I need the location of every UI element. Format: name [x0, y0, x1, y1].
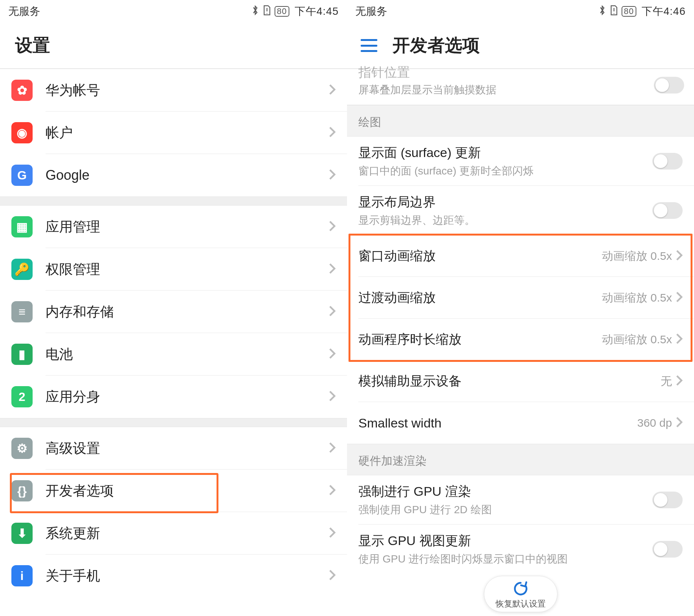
- chevron-right-icon: [329, 305, 336, 318]
- chevron-right-icon: [329, 390, 336, 403]
- toggle-switch[interactable]: [652, 202, 683, 219]
- app-bar: 开发者选项: [347, 23, 694, 68]
- option-title: 强制进行 GPU 渲染: [358, 483, 652, 500]
- settings-row-apps[interactable]: ▦应用管理: [0, 206, 347, 248]
- about-icon: i: [11, 565, 33, 586]
- settings-row-mem[interactable]: ≡内存和存储: [0, 291, 347, 333]
- settings-row-dev[interactable]: {}开发者选项: [0, 470, 347, 512]
- section-header-drawing: 绘图: [347, 105, 694, 137]
- chevron-right-icon: [329, 527, 336, 540]
- status-bar: 无服务 80 下午4:46: [347, 0, 694, 23]
- settings-row-label: 系统更新: [46, 524, 329, 543]
- option-subtitle: 使用 GPU 进行绘图时闪烁显示窗口中的视图: [358, 552, 652, 566]
- hw-accel-list: 强制进行 GPU 渲染强制使用 GPU 进行 2D 绘图显示 GPU 视图更新使…: [347, 475, 694, 574]
- settings-row-label: 开发者选项: [46, 482, 329, 500]
- huawei-icon: ✿: [11, 80, 33, 101]
- settings-row-label: 关于手机: [46, 567, 329, 585]
- account-icon: ◉: [11, 122, 33, 143]
- chevron-right-icon: [676, 416, 683, 429]
- dev-icon: {}: [11, 480, 33, 501]
- restore-defaults-button[interactable]: 恢复默认设置: [484, 576, 557, 612]
- option-row[interactable]: 窗口动画缩放动画缩放 0.5x: [347, 235, 694, 277]
- option-row[interactable]: Smallest width360 dp: [347, 402, 694, 444]
- settings-row-huawei[interactable]: ✿华为帐号: [0, 69, 347, 112]
- settings-row-about[interactable]: i关于手机: [0, 555, 347, 597]
- option-row[interactable]: 显示布局边界显示剪辑边界、边距等。: [347, 186, 694, 235]
- settings-row-label: 权限管理: [46, 260, 329, 279]
- chevron-right-icon: [329, 220, 336, 233]
- option-title: 动画程序时长缩放: [358, 331, 602, 348]
- settings-row-adv[interactable]: ⚙高级设置: [0, 427, 347, 470]
- option-row[interactable]: 显示 GPU 视图更新使用 GPU 进行绘图时闪烁显示窗口中的视图: [347, 525, 694, 574]
- option-subtitle: 屏幕叠加层显示当前触摸数据: [358, 83, 683, 97]
- option-row[interactable]: 动画程序时长缩放动画缩放 0.5x: [347, 319, 694, 360]
- chevron-right-icon: [676, 250, 683, 262]
- developer-options-screen: 无服务 80 下午4:46 开发者选项 指针位置 屏幕叠加层显示当前触摸数据: [347, 0, 694, 616]
- option-value: 动画缩放 0.5x: [602, 248, 672, 264]
- section-header-hw-accel: 硬件加速渲染: [347, 444, 694, 475]
- option-title: 窗口动画缩放: [358, 247, 602, 265]
- battery-level: 80: [275, 6, 289, 17]
- settings-row-label: 帐户: [46, 124, 329, 142]
- settings-row-account[interactable]: ◉帐户: [0, 112, 347, 154]
- option-row[interactable]: 过渡动画缩放动画缩放 0.5x: [347, 277, 694, 319]
- clone-icon: 2: [11, 386, 33, 407]
- option-row[interactable]: 显示面 (surface) 更新窗口中的面 (surface) 更新时全部闪烁: [347, 137, 694, 186]
- menu-icon[interactable]: [361, 39, 377, 52]
- chevron-right-icon: [329, 484, 336, 497]
- option-value: 无: [661, 374, 672, 389]
- bluetooth-icon: [598, 5, 606, 19]
- option-row[interactable]: 强制进行 GPU 渲染强制使用 GPU 进行 2D 绘图: [347, 475, 694, 525]
- settings-row-label: 华为帐号: [46, 81, 329, 100]
- toggle-switch[interactable]: [654, 77, 684, 94]
- option-value: 动画缩放 0.5x: [602, 332, 672, 347]
- chevron-right-icon: [329, 442, 336, 455]
- option-row[interactable]: 模拟辅助显示设备无: [347, 360, 694, 402]
- settings-row-perm[interactable]: 🔑权限管理: [0, 248, 347, 291]
- app-bar: 设置: [0, 23, 347, 68]
- status-clock: 下午4:46: [642, 4, 686, 19]
- battery-level: 80: [622, 6, 636, 17]
- option-subtitle: 窗口中的面 (surface) 更新时全部闪烁: [358, 164, 652, 178]
- drawing-options-list: 显示面 (surface) 更新窗口中的面 (surface) 更新时全部闪烁显…: [347, 137, 694, 444]
- settings-screen: 无服务 80 下午4:45 设置 ✿华为帐号◉帐户GGoogle▦应用管理🔑权限…: [0, 0, 347, 616]
- toggle-switch[interactable]: [652, 492, 683, 508]
- option-title: 显示面 (surface) 更新: [358, 144, 652, 162]
- apps-icon: ▦: [11, 216, 33, 237]
- chevron-right-icon: [329, 126, 336, 139]
- update-icon: ⬇: [11, 523, 33, 544]
- page-title: 开发者选项: [393, 34, 480, 57]
- settings-row-batt[interactable]: ▮电池: [0, 333, 347, 376]
- toggle-switch[interactable]: [652, 153, 683, 170]
- option-title: 指针位置: [358, 64, 683, 81]
- settings-row-label: 内存和存储: [46, 303, 329, 321]
- status-no-service: 无服务: [8, 4, 40, 19]
- batt-icon: ▮: [11, 344, 33, 365]
- settings-row-clone[interactable]: 2应用分身: [0, 376, 347, 418]
- chevron-right-icon: [676, 291, 683, 304]
- google-icon: G: [11, 165, 33, 186]
- page-title: 设置: [15, 34, 50, 57]
- option-title: 过渡动画缩放: [358, 289, 602, 306]
- option-pointer-location[interactable]: 指针位置 屏幕叠加层显示当前触摸数据: [347, 69, 694, 105]
- bluetooth-icon: [251, 5, 259, 19]
- chevron-right-icon: [329, 348, 336, 361]
- option-value: 360 dp: [637, 416, 672, 429]
- adv-icon: ⚙: [11, 438, 33, 459]
- settings-row-google[interactable]: GGoogle: [0, 154, 347, 196]
- perm-icon: 🔑: [11, 259, 33, 280]
- sim-alert-icon: [609, 5, 619, 19]
- settings-row-label: 电池: [46, 345, 329, 364]
- option-value: 动画缩放 0.5x: [602, 290, 672, 306]
- settings-list: ✿华为帐号◉帐户GGoogle▦应用管理🔑权限管理≡内存和存储▮电池2应用分身⚙…: [0, 69, 347, 597]
- settings-row-label: 应用分身: [46, 388, 329, 406]
- chevron-right-icon: [676, 375, 683, 388]
- chevron-right-icon: [329, 569, 336, 582]
- option-title: 显示 GPU 视图更新: [358, 532, 652, 550]
- option-title: Smallest width: [358, 416, 637, 431]
- chevron-right-icon: [676, 333, 683, 346]
- status-clock: 下午4:45: [295, 4, 339, 19]
- toggle-switch[interactable]: [652, 541, 683, 558]
- settings-row-label: 高级设置: [46, 439, 329, 458]
- settings-row-update[interactable]: ⬇系统更新: [0, 512, 347, 555]
